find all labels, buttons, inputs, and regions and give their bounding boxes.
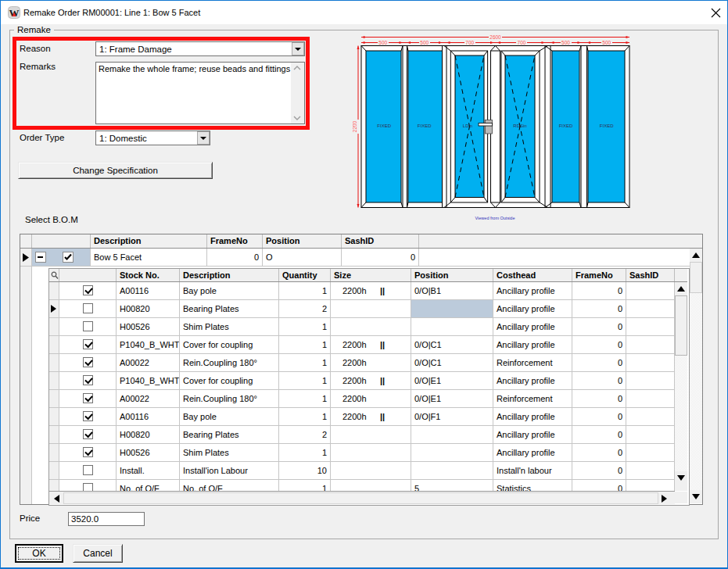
svg-text:FIXED: FIXED xyxy=(418,123,432,128)
svg-text:2200: 2200 xyxy=(353,120,357,132)
svg-text:500: 500 xyxy=(378,40,387,45)
svg-text:FIXED: FIXED xyxy=(377,123,391,128)
svg-text:FIXED: FIXED xyxy=(559,123,573,128)
svg-text:2600: 2600 xyxy=(490,34,501,40)
svg-text:500: 500 xyxy=(420,40,429,45)
svg-text:Viewed from Outside: Viewed from Outside xyxy=(475,216,515,220)
svg-text:FIXED: FIXED xyxy=(600,123,614,128)
svg-text:700: 700 xyxy=(518,40,526,45)
svg-text:LDin: LDin xyxy=(463,123,472,128)
svg-text:700: 700 xyxy=(465,40,474,45)
svg-text:500: 500 xyxy=(602,40,611,45)
svg-text:RDSin: RDSin xyxy=(513,123,526,128)
svg-text:500: 500 xyxy=(561,40,570,45)
